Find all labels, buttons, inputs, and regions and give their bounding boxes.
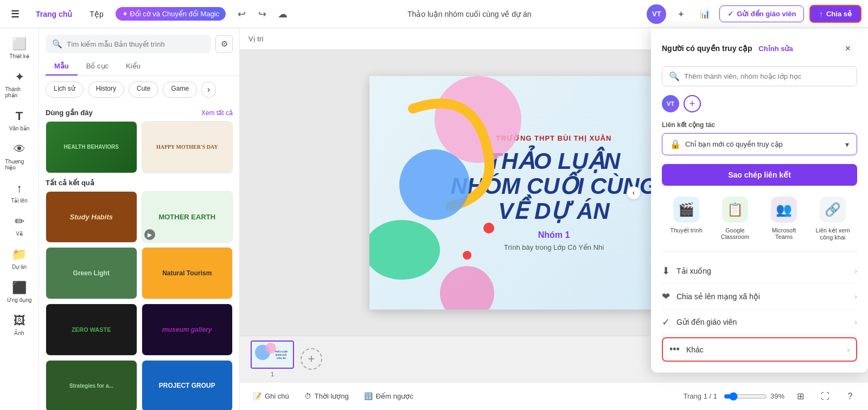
template-card-tourism[interactable]: Natural Tourism xyxy=(142,247,233,299)
chip-lich-su[interactable]: Lịch sử xyxy=(46,81,84,98)
sidebar-item-anh[interactable]: 🖼 Ảnh xyxy=(3,310,36,340)
topbar-right: VT + 📊 ✓ Gửi đến giáo viên ↑ Chia sẻ xyxy=(647,4,861,24)
notes-label: Ghi chú xyxy=(265,392,289,400)
sidebar-item-ung-dung[interactable]: ⬛ Ứng dụng xyxy=(3,276,36,307)
add-slide-button[interactable]: + xyxy=(301,348,322,370)
upload-icon: ↑ xyxy=(16,181,22,195)
redo-button[interactable]: ↪ xyxy=(253,5,271,23)
slide-thumbnail-1[interactable]: THẢO LUẬN NHÓM CUỐI VỀ DỰ ÁN xyxy=(251,340,294,369)
share-action-social[interactable]: ❤ Chia sẻ lên mạng xã hội › xyxy=(662,284,857,310)
share-divider xyxy=(662,251,857,252)
template-card-mothers[interactable]: HAPPY MOTHER'S DAY xyxy=(142,121,233,173)
all-results-section-header: Tất cả kết quả xyxy=(46,173,233,191)
play-icon[interactable]: ▶ xyxy=(144,229,155,240)
chip-history[interactable]: History xyxy=(88,81,124,98)
sidebar-item-du-an[interactable]: 📁 Dự án xyxy=(3,243,36,274)
all-results-title: Tất cả kết quả xyxy=(46,179,94,187)
notes-icon: 📝 xyxy=(253,392,261,400)
help-button[interactable]: ? xyxy=(841,387,859,406)
present-label: Thuyết trình xyxy=(670,227,703,234)
sidebar-item-thiet-ke[interactable]: ⬜ Thiết kế xyxy=(3,33,36,64)
tab-kieu[interactable]: Kiểu xyxy=(117,58,149,75)
collapse-panel-button[interactable]: ‹ xyxy=(627,186,640,199)
teams-icon: 👥 xyxy=(771,197,797,223)
zoom-percent: 39% xyxy=(770,392,784,400)
add-member-button[interactable]: + xyxy=(672,5,690,23)
template-card-zero[interactable]: ZERO WASTE xyxy=(46,304,137,356)
template-card-earth[interactable]: MOTHER EARTH ▶ xyxy=(142,191,233,243)
filter-button[interactable]: ⚙ xyxy=(215,35,233,53)
share-label: Chia sẻ xyxy=(826,10,852,18)
template-card-health[interactable]: HEALTH BEHAVIORS xyxy=(46,121,137,173)
share-panel-edit-link[interactable]: Chỉnh sửa xyxy=(758,45,793,53)
tab-mau[interactable]: Mẫu xyxy=(46,58,78,75)
share-panel-access-label: Người có quyền truy cập Chỉnh sửa xyxy=(662,44,793,53)
sidebar-item-ve[interactable]: ✏ Vẽ xyxy=(3,210,36,241)
search-member-icon: 🔍 xyxy=(669,71,680,81)
tab-bo-cuc[interactable]: Bố cục xyxy=(78,58,117,75)
template-card-project[interactable]: PROJECT GROUP xyxy=(142,360,233,410)
user-avatar: VT xyxy=(647,4,666,24)
timer-button[interactable]: ⏱ Thời lượng xyxy=(300,390,353,402)
template-zero-inner: ZERO WASTE xyxy=(46,304,137,355)
left-panel: 🔍 ⚙ Mẫu Bố cục Kiểu Lịch sử History Cute… xyxy=(39,28,240,410)
sidebar-item-van-ban[interactable]: T Văn bản xyxy=(3,105,36,136)
document-title[interactable]: Thảo luận nhóm cuối cùng về dự án xyxy=(407,10,532,18)
template-card-strategies[interactable]: Strategies for a... xyxy=(46,360,137,410)
share-app-teams[interactable]: 👥 MicrosoftTeams xyxy=(762,197,806,241)
brand-label: Thương hiệu xyxy=(5,159,34,171)
hamburger-button[interactable]: ☰ xyxy=(7,5,24,23)
svg-point-3 xyxy=(440,266,494,310)
chip-game[interactable]: Game xyxy=(163,81,197,98)
text-icon: T xyxy=(16,109,23,123)
magic-button[interactable]: ✦ Đổi cờ và Chuyển đổi Magic xyxy=(116,7,226,21)
analytics-button[interactable]: 📊 xyxy=(695,5,714,23)
counter-button[interactable]: 🔢 Đếm ngược xyxy=(360,390,418,402)
undo-button[interactable]: ↩ xyxy=(232,5,251,23)
send-teacher-button[interactable]: ✓ Gửi đến giáo viên xyxy=(719,5,804,22)
all-templates-grid: Study Habits MOTHER EARTH ▶ Green Light xyxy=(46,191,233,410)
share-add-person-button[interactable]: + xyxy=(684,95,701,112)
sidebar-item-tai-len[interactable]: ↑ Tải lên xyxy=(3,177,36,208)
search-input[interactable] xyxy=(67,40,205,48)
svg-text:NHÓM CUỐI: NHÓM CUỐI xyxy=(276,354,288,356)
slide-thumbnail-wrap: THẢO LUẬN NHÓM CUỐI VỀ DỰ ÁN 1 xyxy=(251,340,294,377)
template-project-label: PROJECT GROUP xyxy=(159,382,215,389)
fullscreen-button[interactable]: ⛶ xyxy=(816,387,834,406)
cloud-save-button[interactable]: ☁ xyxy=(273,5,292,23)
search-bar: 🔍 ⚙ xyxy=(39,28,239,58)
share-panel-close[interactable]: ✕ xyxy=(839,39,857,58)
share-up-icon: ↑ xyxy=(819,10,823,18)
share-app-classroom[interactable]: 📋 GoogleClassroom xyxy=(713,197,757,241)
add-member-field[interactable]: 🔍 xyxy=(662,66,857,86)
chip-more[interactable]: › xyxy=(201,81,216,98)
sidebar-item-thanh-phan[interactable]: ✦ Thành phần xyxy=(3,66,36,103)
share-link-dropdown[interactable]: 🔒 Chỉ bạn mới có quyền truy cập ▾ xyxy=(662,133,857,155)
share-app-public-link[interactable]: 🔗 Liên kết xemcông khai xyxy=(811,197,854,241)
share-action-send-teacher[interactable]: ✓ Gửi đến giáo viên › xyxy=(662,310,857,335)
share-action-more[interactable]: ••• Khác › xyxy=(662,337,857,362)
template-card-study[interactable]: Study Habits xyxy=(46,191,137,243)
nav-home[interactable]: Trang chủ xyxy=(28,7,80,22)
zoom-slider[interactable] xyxy=(724,392,767,401)
see-all-link[interactable]: Xem tất cả xyxy=(201,109,233,117)
more-action-left: ••• Khác xyxy=(669,344,704,355)
template-card-green[interactable]: Green Light xyxy=(46,247,137,299)
thumbnail-page-num: 1 xyxy=(271,371,274,377)
share-action-download[interactable]: ⬇ Tải xuống › xyxy=(662,258,857,284)
nav-file[interactable]: Tệp xyxy=(82,7,111,22)
social-action-left: ❤ Chia sẻ lên mạng xã hội xyxy=(662,291,760,302)
social-icon: ❤ xyxy=(662,291,670,302)
template-card-museum[interactable]: museum gallery xyxy=(142,304,233,356)
copy-link-button[interactable]: Sao chép liên kết xyxy=(662,164,857,186)
add-member-input[interactable] xyxy=(684,72,850,80)
sidebar-item-thuong-hieu[interactable]: 👁 Thương hiệu xyxy=(3,138,36,175)
template-strategies-label: Strategies for a... xyxy=(69,383,113,389)
chip-cute[interactable]: Cute xyxy=(129,81,158,98)
share-button[interactable]: ↑ Chia sẻ xyxy=(809,5,861,23)
counter-label: Đếm ngược xyxy=(376,392,413,400)
share-app-present[interactable]: 🎬 Thuyết trình xyxy=(665,197,708,241)
notes-button[interactable]: 📝 Ghi chú xyxy=(248,390,293,402)
grid-view-button[interactable]: ⊞ xyxy=(791,387,809,406)
search-input-wrap[interactable]: 🔍 xyxy=(46,35,211,53)
